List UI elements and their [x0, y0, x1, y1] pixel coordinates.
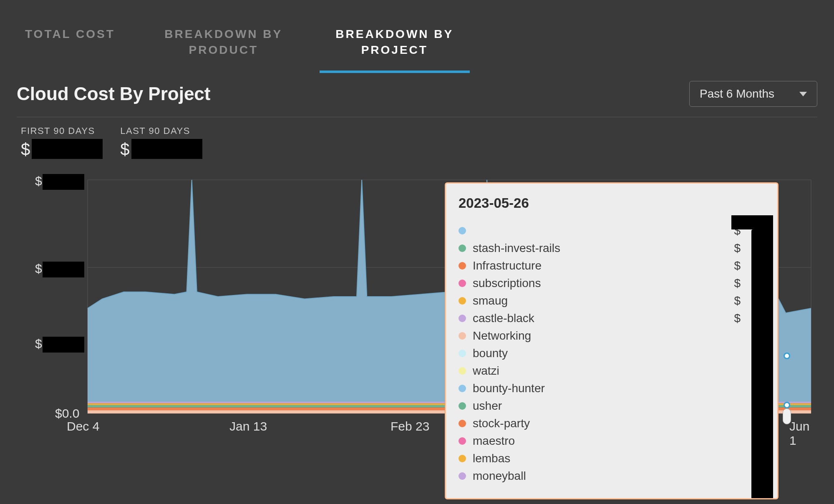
- series-swatch-icon: [459, 227, 466, 234]
- currency-symbol: $: [21, 140, 30, 159]
- series-value: $: [734, 312, 741, 325]
- series-name: stock-party: [473, 417, 741, 430]
- chart-tooltip: 2023-05-26 $stash-invest-rails$Infrastru…: [445, 182, 779, 499]
- tooltip-row: maestro: [459, 432, 765, 450]
- summary-last-90: LAST 90 DAYS $: [120, 126, 202, 159]
- chevron-down-icon: [799, 92, 807, 96]
- redacted-value: [731, 215, 773, 229]
- hover-marker: [784, 353, 790, 359]
- series-name: watzi: [473, 364, 741, 378]
- tooltip-row: castle-black$: [459, 310, 765, 327]
- series-swatch-icon: [459, 455, 466, 462]
- series-name: lembas: [473, 452, 741, 465]
- summary-label: FIRST 90 DAYS: [21, 126, 103, 136]
- redacted-value: [32, 139, 103, 159]
- series-swatch-icon: [459, 402, 466, 410]
- redacted-y-tick: [43, 262, 84, 277]
- tabs: TOTAL COST BREAKDOWN BY PRODUCT BREAKDOW…: [17, 13, 817, 63]
- series-swatch-icon: [459, 332, 466, 340]
- tooltip-date: 2023-05-26: [459, 195, 765, 211]
- series-name: castle-black: [473, 312, 734, 325]
- tooltip-row: bounty-hunter: [459, 380, 765, 397]
- tooltip-row: Infrastructure$: [459, 257, 765, 275]
- tab-label: BREAKDOWN BY PRODUCT: [164, 28, 282, 56]
- app-root: TOTAL COST BREAKDOWN BY PRODUCT BREAKDOW…: [0, 0, 834, 504]
- tooltip-row: bounty: [459, 345, 765, 362]
- series-name: bounty: [473, 347, 741, 360]
- redacted-y-tick: [43, 174, 84, 190]
- time-range-value: Past 6 Months: [700, 87, 774, 101]
- series-swatch-icon: [459, 297, 466, 305]
- summary-first-90: FIRST 90 DAYS $: [21, 126, 103, 159]
- redacted-y-tick: [43, 337, 84, 353]
- series-swatch-icon: [459, 280, 466, 287]
- tab-label: BREAKDOWN BY PROJECT: [335, 28, 454, 56]
- series-value: $: [734, 242, 741, 255]
- series-value: $: [734, 294, 741, 307]
- series-swatch-icon: [459, 437, 466, 445]
- redacted-value: [131, 139, 202, 159]
- summary-label: LAST 90 DAYS: [120, 126, 202, 136]
- y-tick-dollar: $: [35, 262, 42, 276]
- tab-label: TOTAL COST: [25, 28, 115, 40]
- tooltip-row: moneyball: [459, 467, 765, 485]
- x-tick: Jan 13: [229, 419, 267, 433]
- series-value: $: [734, 277, 741, 290]
- hover-marker: [784, 402, 790, 408]
- range-slider-handle[interactable]: [783, 408, 791, 424]
- series-name: subscriptions: [473, 277, 734, 290]
- series-swatch-icon: [459, 385, 466, 392]
- series-name: usher: [473, 399, 741, 413]
- series-swatch-icon: [459, 262, 466, 270]
- series-name: Infrastructure: [473, 259, 734, 272]
- series-name: bounty-hunter: [473, 382, 741, 395]
- page-title: Cloud Cost By Project: [17, 83, 211, 104]
- time-range-select[interactable]: Past 6 Months: [689, 81, 817, 107]
- series-name: Networking: [473, 329, 741, 343]
- series-swatch-icon: [459, 420, 466, 427]
- series-swatch-icon: [459, 367, 466, 375]
- series-swatch-icon: [459, 244, 466, 252]
- series-value: $: [734, 259, 741, 272]
- series-name: stash-invest-rails: [473, 242, 734, 255]
- currency-symbol: $: [120, 140, 129, 159]
- tooltip-row: Networking: [459, 327, 765, 345]
- tab-total-cost[interactable]: TOTAL COST: [21, 18, 119, 57]
- tooltip-row: watzi: [459, 362, 765, 380]
- tooltip-row: smaug$: [459, 292, 765, 310]
- tooltip-row: lembas: [459, 450, 765, 467]
- y-tick-dollar: $: [35, 337, 42, 351]
- x-tick: Feb 23: [391, 419, 429, 433]
- tooltip-row: stash-invest-rails$: [459, 239, 765, 257]
- tooltip-row: usher: [459, 397, 765, 415]
- series-swatch-icon: [459, 350, 466, 357]
- series-name: smaug: [473, 294, 734, 307]
- summary-row: FIRST 90 DAYS $ LAST 90 DAYS $: [17, 126, 817, 159]
- x-tick: Jun 1: [789, 419, 817, 448]
- header-row: Cloud Cost By Project Past 6 Months: [17, 81, 817, 117]
- series-name: maestro: [473, 434, 741, 448]
- y-tick-dollar: $: [35, 174, 42, 188]
- tab-breakdown-project[interactable]: BREAKDOWN BY PROJECT: [328, 2, 461, 73]
- tooltip-row: subscriptions$: [459, 275, 765, 292]
- series-name: moneyball: [473, 469, 741, 483]
- y-tick-zero: $0.0: [55, 406, 79, 421]
- series-swatch-icon: [459, 472, 466, 480]
- redacted-value-column: [751, 229, 773, 498]
- tab-breakdown-product[interactable]: BREAKDOWN BY PRODUCT: [157, 2, 290, 73]
- chart-area[interactable]: $ $ $ $0.0 Dec 4 Jan 13 Feb 23 Jun 1 202…: [17, 167, 817, 443]
- series-swatch-icon: [459, 315, 466, 322]
- x-tick: Dec 4: [67, 419, 99, 433]
- tooltip-row: stock-party: [459, 415, 765, 432]
- tooltip-row: $: [459, 222, 765, 239]
